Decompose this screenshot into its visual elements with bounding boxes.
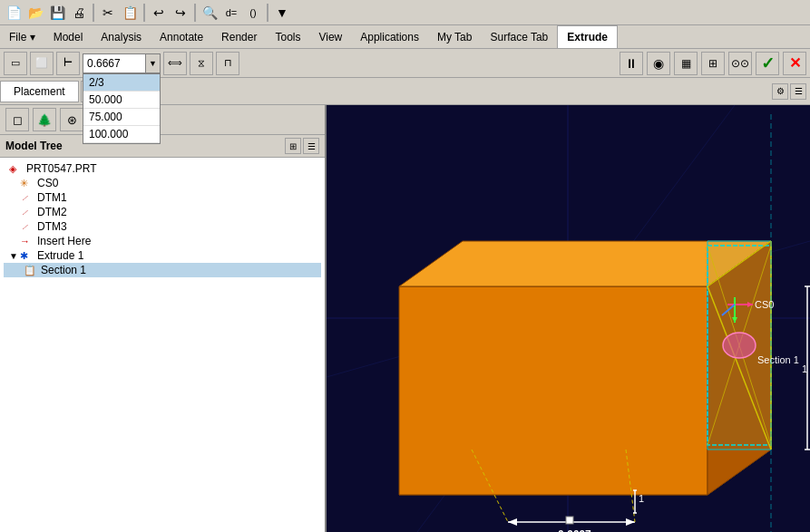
solid-icon[interactable]: ▭ [4, 52, 27, 75]
tree-more-icon[interactable]: ☰ [303, 138, 319, 154]
print-icon[interactable]: 🖨 [69, 3, 89, 23]
tree-item-section1[interactable]: 📋 Section 1 [4, 263, 321, 277]
root-icon: ◈ [9, 163, 24, 175]
extrude1-icon: ✱ [20, 250, 34, 262]
search-icon[interactable]: 🔍 [200, 3, 220, 23]
tree-filter-icon[interactable]: ☰ [790, 83, 806, 100]
depth-input-container: ▼ 2/3 50.000 75.000 100.000 [83, 53, 161, 73]
menu-analysis[interactable]: Analysis [92, 25, 151, 48]
top-toolbar: 📄 📂 💾 🖨 ✂ 📋 ↩ ↪ 🔍 d= () ▼ [0, 0, 810, 25]
dropdown-item-1[interactable]: 50.000 [83, 92, 160, 109]
shading-icon[interactable]: ▦ [674, 52, 698, 75]
tree-item-cs0[interactable]: ✳ CS0 [4, 176, 321, 190]
wireframe-icon[interactable]: ⊞ [701, 52, 725, 75]
menu-mytab[interactable]: My Tab [428, 25, 481, 48]
toolbar-sep-2 [143, 4, 145, 22]
svg-text:1: 1 [639, 493, 644, 504]
dtm3-icon: ⟋ [20, 221, 34, 232]
save-icon[interactable]: 💾 [47, 3, 67, 23]
tree-item-dtm3[interactable]: ⟋ DTM3 [4, 219, 321, 234]
copy-icon[interactable]: 📋 [120, 3, 140, 23]
measure-icon[interactable]: d= [221, 3, 241, 23]
open-file-icon[interactable]: 📂 [25, 3, 45, 23]
dropdown-item-0[interactable]: 2/3 [83, 74, 160, 92]
content-area: ◻ 🌲 ⊛ Model Tree ⊞ ☰ ◈ PRT0547.PRT ✳ [0, 105, 810, 532]
model-tree-title: Model Tree [5, 140, 63, 152]
extrude1-arrow[interactable]: ▼ [9, 251, 20, 261]
dtm3-label: DTM3 [37, 220, 67, 233]
tree-icon[interactable]: 🌲 [33, 108, 56, 131]
toolbar-sep-3 [194, 4, 196, 22]
cancel-button[interactable]: ✕ [783, 52, 806, 75]
cut-icon[interactable]: ✂ [98, 3, 118, 23]
tree-item-insert[interactable]: → Insert Here [4, 234, 321, 248]
trim-icon[interactable]: ⊓ [216, 52, 239, 75]
tree-item-dtm2[interactable]: ⟋ DTM2 [4, 205, 321, 219]
new-file-icon[interactable]: 📄 [4, 3, 24, 23]
glasses-icon[interactable]: ⊙⊙ [728, 52, 752, 75]
svg-text:0.6667: 0.6667 [558, 528, 591, 532]
undo-icon[interactable]: ↩ [149, 3, 169, 23]
menu-applications[interactable]: Applications [351, 25, 428, 48]
depth-icon[interactable]: ⊢ [56, 52, 80, 75]
svg-point-22 [723, 333, 756, 358]
dtm2-label: DTM2 [37, 206, 67, 218]
tree-settings-icon[interactable]: ⚙ [772, 83, 788, 100]
tree-root[interactable]: ◈ PRT0547.PRT [4, 161, 321, 176]
depth-dropdown-arrow[interactable]: ▼ [146, 53, 161, 73]
cs0-icon: ✳ [20, 178, 34, 189]
insert-icon: → [20, 236, 34, 247]
viewport-svg: CS0 Section 1 0.6667 1 [327, 105, 810, 532]
menu-extrude[interactable]: Extrude [557, 25, 618, 48]
extrude1-label: Extrude 1 [37, 249, 83, 262]
more-icon[interactable]: ▼ [272, 3, 292, 23]
relations-icon[interactable]: () [243, 3, 263, 23]
placement-tab[interactable]: Placement [0, 81, 79, 102]
svg-text:1: 1 [802, 363, 807, 374]
svg-text:Section 1: Section 1 [757, 354, 799, 365]
section1-icon: 📋 [24, 265, 38, 276]
dtm1-icon: ⟋ [20, 192, 34, 203]
sub-toolbar-icons: ⚙ ☰ [772, 83, 810, 100]
insert-label: Insert Here [37, 235, 91, 247]
symmetric-icon[interactable]: ⧖ [190, 52, 213, 75]
accept-button[interactable]: ✓ [756, 52, 779, 75]
menu-file[interactable]: File ▾ [0, 25, 44, 48]
tree-item-extrude1[interactable]: ▼ ✱ Extrude 1 [4, 248, 321, 263]
depth-input[interactable] [83, 53, 146, 73]
svg-marker-6 [399, 286, 708, 495]
menu-surfacetab[interactable]: Surface Tab [481, 25, 557, 48]
viewport[interactable]: CS0 Section 1 0.6667 1 [327, 105, 810, 532]
section1-label: Section 1 [41, 264, 86, 276]
menu-render[interactable]: Render [212, 25, 266, 48]
tree-root-label: PRT0547.PRT [26, 162, 97, 175]
dropdown-item-2[interactable]: 75.000 [83, 109, 160, 126]
layer-icon[interactable]: ⊛ [60, 108, 83, 131]
eye-icon[interactable]: ◉ [647, 52, 670, 75]
feature-toolbar: ▭ ⬜ ⊢ ▼ 2/3 50.000 75.000 100.000 ⟺ ⧖ ⊓ … [0, 49, 810, 78]
redo-icon[interactable]: ↪ [171, 3, 190, 23]
menubar: File ▾ Model Analysis Annotate Render To… [0, 25, 810, 49]
tree-expand-icon[interactable]: ⊞ [285, 138, 301, 154]
svg-rect-27 [566, 517, 573, 524]
menu-model[interactable]: Model [44, 25, 93, 48]
cs0-label: CS0 [37, 177, 58, 189]
pause-button[interactable]: ⏸ [620, 52, 643, 75]
dtm2-icon: ⟋ [20, 207, 34, 218]
tree-item-dtm1[interactable]: ⟋ DTM1 [4, 190, 321, 205]
left-panel: ◻ 🌲 ⊛ Model Tree ⊞ ☰ ◈ PRT0547.PRT ✳ [0, 105, 327, 532]
left-icons: ◻ 🌲 ⊛ [0, 105, 325, 135]
menu-view[interactable]: View [309, 25, 351, 48]
tree-content: ◈ PRT0547.PRT ✳ CS0 ⟋ DTM1 ⟋ DTM2 [0, 158, 325, 532]
depth-dropdown: 2/3 50.000 75.000 100.000 [83, 73, 161, 144]
dtm1-label: DTM1 [37, 191, 67, 204]
model-tree-controls: ⊞ ☰ [285, 138, 319, 154]
model-tree-header: Model Tree ⊞ ☰ [0, 135, 325, 158]
new-view-icon[interactable]: ◻ [5, 108, 29, 131]
flip-icon[interactable]: ⟺ [163, 52, 187, 75]
menu-tools[interactable]: Tools [266, 25, 309, 48]
menu-annotate[interactable]: Annotate [151, 25, 212, 48]
surface-icon[interactable]: ⬜ [30, 52, 54, 75]
dropdown-item-3[interactable]: 100.000 [83, 126, 160, 143]
toolbar-sep-4 [267, 4, 268, 22]
